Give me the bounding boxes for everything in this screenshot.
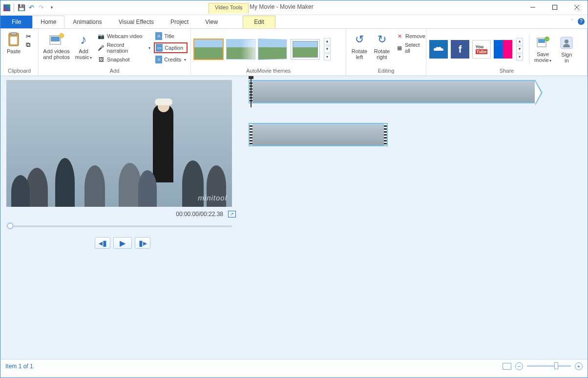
- collapse-ribbon-icon[interactable]: ˆ: [571, 19, 573, 24]
- window-title: My Movie - Movie Maker: [250, 3, 314, 10]
- qat-dropdown-icon[interactable]: ▼: [48, 4, 56, 12]
- close-button[interactable]: [566, 0, 588, 14]
- svg-rect-5: [11, 32, 17, 35]
- next-frame-button[interactable]: ▮▸: [135, 237, 150, 249]
- media-icon: [49, 32, 64, 47]
- app-icon[interactable]: [3, 4, 10, 11]
- rotate-left-button[interactable]: ↺ Rotate left: [349, 31, 370, 61]
- quick-access-toolbar: 💾 ↶ ↷ ▼: [0, 0, 59, 15]
- undo-icon[interactable]: ↶: [27, 4, 35, 12]
- theme-scroll-up[interactable]: ▲: [324, 38, 331, 45]
- help-icon[interactable]: ?: [578, 18, 585, 25]
- playhead[interactable]: [251, 78, 252, 107]
- svg-rect-1: [552, 5, 557, 10]
- paste-button[interactable]: Paste: [3, 31, 24, 55]
- snapshot-button[interactable]: 🖼Snapshot: [96, 54, 152, 65]
- group-share: f YouTube ▲ ▼ ▾ → Save movie▾ Sign in: [426, 29, 588, 76]
- preview-pane: minitool 00:00.00/00:22.38 ↗ ◂▮ ▶ ▮▸: [0, 76, 245, 359]
- credits-icon: ≡: [155, 56, 162, 63]
- share-scroll-up[interactable]: ▲: [516, 38, 523, 45]
- tab-edit[interactable]: Edit: [243, 16, 275, 28]
- minimize-button[interactable]: [522, 0, 544, 14]
- theme-more[interactable]: ▾: [324, 54, 331, 60]
- select-all-button[interactable]: ▦Select all: [394, 42, 427, 53]
- share-service-icon[interactable]: [494, 40, 512, 59]
- seek-bar[interactable]: [6, 225, 232, 227]
- group-editing: ↺ Rotate left ↻ Rotate right ✕Remove ▦Se…: [346, 29, 426, 76]
- share-scroll-down[interactable]: ▼: [516, 46, 523, 53]
- time-display: 00:00.00/00:22.38: [176, 211, 223, 218]
- zoom-out-button[interactable]: −: [515, 362, 523, 370]
- rotate-right-icon: ↻: [374, 32, 390, 47]
- ribbon: Paste ✂ ⧉ Clipboard Add videos and photo…: [0, 29, 588, 76]
- caption-icon: ▭: [156, 44, 163, 52]
- theme-thumb-3[interactable]: [258, 39, 287, 60]
- cut-icon[interactable]: ✂: [26, 33, 31, 40]
- record-narration-button[interactable]: 🎤Record narration▾: [96, 42, 152, 53]
- save-movie-icon: →: [535, 35, 551, 50]
- tab-visual-effects[interactable]: Visual Effects: [110, 16, 162, 28]
- save-movie-button[interactable]: → Save movie▾: [532, 34, 553, 65]
- window-controls: [522, 0, 588, 15]
- clipboard-icon: [6, 32, 21, 47]
- timeline-clip-1[interactable]: [249, 80, 536, 103]
- save-icon[interactable]: 💾: [18, 4, 25, 12]
- view-toggle-icon[interactable]: [503, 363, 511, 370]
- zoom-in-button[interactable]: +: [575, 362, 583, 370]
- zoom-thumb[interactable]: [554, 362, 558, 369]
- status-item-count: Item 1 of 1: [5, 363, 33, 370]
- ribbon-tabs: File Home Animations Visual Effects Proj…: [0, 15, 588, 29]
- play-button[interactable]: ▶: [113, 237, 132, 249]
- webcam-video-button[interactable]: 📷Webcam video: [96, 31, 152, 41]
- watermark: minitool: [198, 194, 227, 202]
- theme-thumb-2[interactable]: [226, 39, 255, 60]
- svg-text:→: →: [545, 37, 549, 41]
- seek-thumb[interactable]: [7, 223, 13, 229]
- timeline-pane[interactable]: [245, 76, 588, 359]
- add-videos-photos-button[interactable]: Add videos and photos: [42, 31, 71, 61]
- theme-thumb-1[interactable]: [194, 39, 223, 60]
- zoom-slider[interactable]: [527, 365, 571, 367]
- youtube-icon[interactable]: YouTube: [472, 40, 491, 59]
- caption-button[interactable]: ▭Caption: [154, 42, 188, 53]
- preview-video[interactable]: minitool: [6, 80, 232, 207]
- rotate-left-icon: ↺: [352, 32, 367, 47]
- onedrive-icon[interactable]: [429, 40, 448, 59]
- credits-button[interactable]: ≡Credits▾: [154, 54, 188, 65]
- tab-file[interactable]: File: [0, 16, 32, 28]
- microphone-icon: 🎤: [97, 44, 105, 52]
- facebook-icon[interactable]: f: [451, 40, 469, 59]
- user-icon: [559, 35, 574, 51]
- webcam-icon: 📷: [97, 32, 105, 40]
- group-automovie: ▲ ▼ ▾ AutoMovie themes: [191, 29, 346, 76]
- add-music-button[interactable]: ♪ Add music▾: [73, 31, 94, 62]
- tab-view[interactable]: View: [197, 16, 226, 28]
- theme-scroll-down[interactable]: ▼: [324, 46, 331, 53]
- svg-point-15: [565, 40, 568, 43]
- prev-frame-button[interactable]: ◂▮: [95, 237, 110, 249]
- remove-icon: ✕: [396, 32, 403, 40]
- select-all-icon: ▦: [396, 44, 403, 52]
- tab-project[interactable]: Project: [162, 16, 197, 28]
- remove-button[interactable]: ✕Remove: [394, 31, 427, 41]
- timeline-clip-2[interactable]: [249, 123, 388, 146]
- fullscreen-icon[interactable]: ↗: [228, 211, 236, 218]
- snapshot-icon: 🖼: [97, 56, 105, 63]
- status-bar: Item 1 of 1 − +: [0, 359, 588, 373]
- group-add: Add videos and photos ♪ Add music▾ 📷Webc…: [39, 29, 191, 76]
- context-tab-header: Video Tools: [209, 3, 249, 14]
- copy-icon[interactable]: ⧉: [26, 41, 31, 49]
- rotate-right-button[interactable]: ↻ Rotate right: [372, 31, 392, 61]
- maximize-button[interactable]: [544, 0, 566, 14]
- sign-in-button[interactable]: Sign in: [556, 34, 577, 64]
- group-clipboard: Paste ✂ ⧉ Clipboard: [0, 29, 39, 76]
- title-button[interactable]: ATitle: [154, 31, 188, 41]
- svg-rect-11: [538, 39, 545, 43]
- svg-rect-6: [10, 37, 17, 44]
- share-more[interactable]: ▾: [516, 54, 523, 60]
- tab-home[interactable]: Home: [32, 16, 64, 28]
- redo-icon[interactable]: ↷: [37, 4, 45, 12]
- theme-thumb-4[interactable]: [291, 39, 320, 60]
- music-icon: ♪: [76, 32, 91, 47]
- tab-animations[interactable]: Animations: [64, 16, 110, 28]
